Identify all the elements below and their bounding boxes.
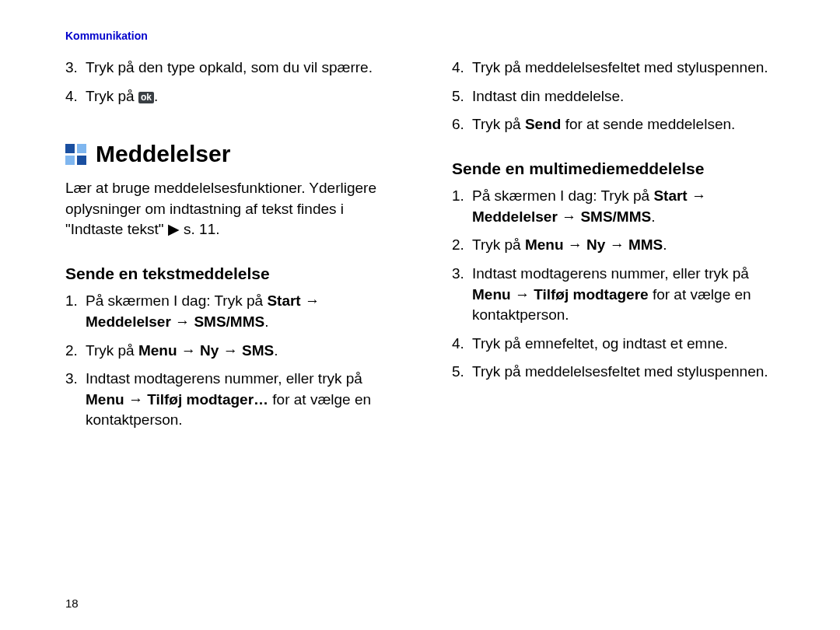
list-number: 3. — [452, 264, 467, 326]
page-number: 18 — [65, 597, 79, 610]
list-number: 3. — [65, 369, 81, 431]
page: Kommunikation 3.Tryk på den type opkald,… — [0, 0, 840, 630]
list-number: 1. — [65, 291, 81, 332]
list-number: 3. — [65, 58, 81, 79]
list-item: 5.Indtast din meddelelse. — [452, 86, 787, 107]
list-text: Tryk på emnefeltet, og indtast et emne. — [472, 334, 787, 355]
list-item: 3.Tryk på den type opkald, som du vil sp… — [65, 58, 401, 79]
arrow-icon: ▶ — [168, 221, 180, 237]
list-number: 6. — [452, 114, 467, 135]
list-item: 1.På skærmen I dag: Tryk på Start → Medd… — [452, 186, 787, 227]
list-text: Tryk på meddelelsesfeltet med styluspenn… — [472, 362, 787, 383]
squares-icon — [65, 144, 86, 165]
list-text: Tryk på Menu → Ny → MMS. — [472, 235, 787, 256]
right-steps-list: 1.På skærmen I dag: Tryk på Start → Medd… — [452, 186, 787, 383]
section-header: Kommunikation — [65, 30, 787, 42]
list-text: Tryk på Menu → Ny → SMS. — [86, 341, 401, 362]
left-pre-list: 3.Tryk på den type opkald, som du vil sp… — [65, 58, 401, 107]
list-text: Tryk på meddelelsesfeltet med styluspenn… — [472, 58, 787, 79]
columns: 3.Tryk på den type opkald, som du vil sp… — [65, 58, 787, 439]
list-item: 4.Tryk på meddelelsesfeltet med styluspe… — [452, 58, 787, 79]
list-text: På skærmen I dag: Tryk på Start → Meddel… — [86, 291, 401, 332]
list-number: 4. — [452, 58, 467, 79]
list-text: Indtast modtagerens nummer, eller tryk p… — [86, 369, 401, 431]
ok-icon: ok — [138, 92, 154, 103]
subheading-send-text: Sende en tekstmeddelelse — [65, 262, 401, 285]
list-text: På skærmen I dag: Tryk på Start → Meddel… — [472, 186, 787, 227]
intro-paragraph: Lær at bruge meddelelsesfunktioner. Yder… — [65, 178, 401, 240]
list-number: 4. — [65, 86, 81, 107]
list-text: Tryk på Send for at sende meddelelsen. — [472, 114, 787, 135]
list-text: Indtast modtagerens nummer, eller tryk p… — [472, 264, 787, 326]
list-item: 5.Tryk på meddelelsesfeltet med styluspe… — [452, 362, 787, 383]
list-item: 2.Tryk på Menu → Ny → SMS. — [65, 341, 401, 362]
list-item: 4.Tryk på ok. — [65, 86, 401, 107]
list-number: 4. — [452, 334, 467, 355]
right-column: 4.Tryk på meddelelsesfeltet med styluspe… — [452, 58, 787, 439]
left-column: 3.Tryk på den type opkald, som du vil sp… — [65, 58, 401, 439]
left-steps-list: 1.På skærmen I dag: Tryk på Start → Medd… — [65, 291, 401, 431]
list-item: 3.Indtast modtagerens nummer, eller tryk… — [452, 264, 787, 326]
heading-meddelelser: Meddelelser — [65, 138, 401, 170]
list-item: 1.På skærmen I dag: Tryk på Start → Medd… — [65, 291, 401, 332]
list-item: 2.Tryk på Menu → Ny → MMS. — [452, 235, 787, 256]
subheading-send-mms: Sende en multimediemeddelelse — [452, 157, 787, 180]
list-text: Indtast din meddelelse. — [472, 86, 787, 107]
right-pre-list: 4.Tryk på meddelelsesfeltet med styluspe… — [452, 58, 787, 135]
heading-text: Meddelelser — [96, 138, 230, 170]
intro-a: Lær at bruge meddelelsesfunktioner. Yder… — [65, 180, 376, 237]
list-item: 6.Tryk på Send for at sende meddelelsen. — [452, 114, 787, 135]
list-text: Tryk på den type opkald, som du vil spær… — [86, 58, 401, 79]
list-number: 5. — [452, 362, 467, 383]
list-number: 2. — [65, 341, 81, 362]
list-number: 1. — [452, 186, 467, 227]
list-number: 2. — [452, 235, 467, 256]
list-text: Tryk på ok. — [86, 86, 401, 107]
intro-b: s. 11. — [180, 221, 220, 237]
list-item: 4.Tryk på emnefeltet, og indtast et emne… — [452, 334, 787, 355]
list-item: 3.Indtast modtagerens nummer, eller tryk… — [65, 369, 401, 431]
list-number: 5. — [452, 86, 467, 107]
